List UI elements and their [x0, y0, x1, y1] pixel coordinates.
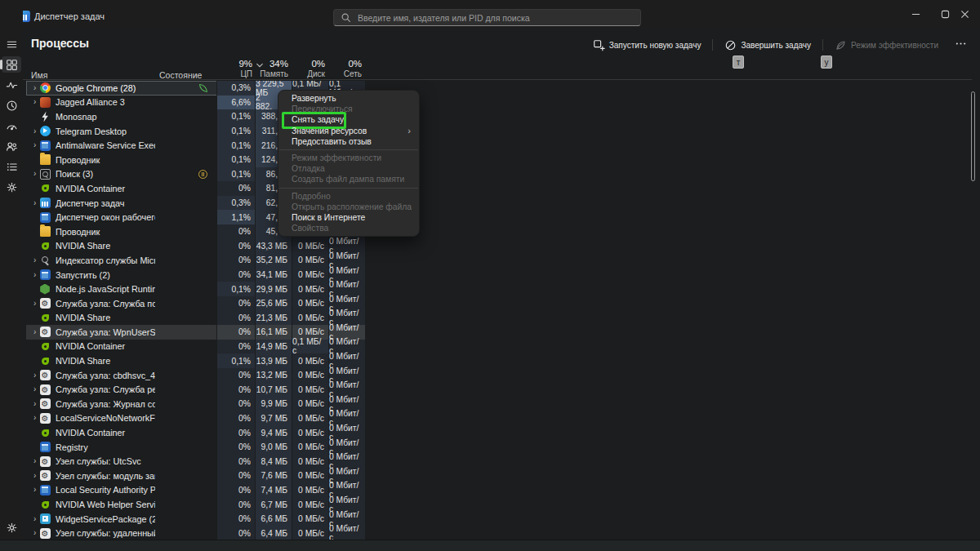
context-menu-item[interactable]: Значения ресурсов›	[278, 126, 419, 136]
run-new-task-button[interactable]: Запустить новую задачу	[589, 37, 706, 54]
process-row[interactable]: NVIDIA Share0,1%13,9 МБ0 МБ/с0 Мбит/с	[26, 353, 365, 368]
process-row[interactable]: NVIDIA Share0%43,3 МБ0 МБ/с0 Мбит/с	[26, 239, 365, 254]
context-menu-item[interactable]: Снять задачу	[278, 114, 419, 125]
page-title: Процессы	[31, 37, 89, 50]
process-row[interactable]: NVIDIA Container0%14,9 МБ0,1 МБ/с0 Мбит/…	[26, 340, 365, 354]
menu-item-label: Отладка	[292, 164, 325, 173]
disk-cell: 0 МБ/с	[292, 454, 328, 469]
sidebar-item-processes[interactable]	[2, 56, 21, 73]
expander-chevron-icon[interactable]: ›	[26, 199, 36, 207]
sidebar-item-users[interactable]	[2, 138, 21, 154]
process-row[interactable]: ›Индексатор службы Microsoft W...0%35,2 …	[26, 253, 365, 268]
process-icon	[36, 198, 54, 208]
expander-chevron-icon[interactable]: ›	[26, 529, 36, 537]
process-row[interactable]: Node.js JavaScript Runtime0,1%29,9 МБ0 М…	[26, 282, 365, 296]
process-row[interactable]: ›Запустить (2)0%34,1 МБ0 МБ/с0 Мбит/с	[26, 268, 365, 282]
expander-chevron-icon[interactable]: ›	[26, 371, 36, 380]
process-name: Служба узла: Служба политики ...	[54, 299, 155, 309]
process-row[interactable]: NVIDIA Container0%9,4 МБ0 МБ/с0 Мбит/с	[26, 425, 365, 440]
process-row[interactable]: Registry0%9,0 МБ0 МБ/с0 Мбит/с	[26, 440, 365, 455]
process-row[interactable]: NVIDIA Share0%21,3 МБ0 МБ/с0 Мбит/с	[26, 311, 365, 326]
process-row[interactable]: ›Узел службы: модуль запуска пр...0%7,6 …	[26, 469, 365, 483]
search-input[interactable]	[358, 13, 634, 23]
expander-chevron-icon[interactable]: ›	[26, 400, 36, 408]
expander-chevron-icon[interactable]: ›	[26, 141, 36, 149]
efficiency-mode-button[interactable]: Режим эффективности	[831, 37, 942, 54]
process-name: Узел службы: модуль запуска пр...	[54, 471, 155, 481]
expander-chevron-icon[interactable]: ›	[26, 486, 36, 494]
expander-chevron-icon[interactable]: ›	[26, 414, 36, 422]
status-cell	[155, 181, 216, 196]
process-row[interactable]: ›Служба узла: Служба репозитор...0%10,7 …	[26, 382, 365, 397]
process-icon	[36, 97, 54, 108]
cpu-cell: 0%	[216, 526, 255, 540]
disk-cell: 0 МБ/с	[292, 497, 328, 512]
column-header-network[interactable]: 0%Сеть	[327, 59, 362, 78]
end-task-button[interactable]: Завершить задачу	[720, 37, 815, 54]
process-row[interactable]: ›Узел службы: удаленный вызов ...0%6,4 М…	[26, 526, 365, 540]
hamburger-icon	[6, 38, 18, 51]
minimize-button[interactable]	[903, 5, 928, 23]
expander-chevron-icon[interactable]: ›	[26, 127, 36, 136]
process-row[interactable]: ›LocalServiceNoNetworkFirewall (2)0%9,7 …	[26, 411, 365, 426]
expander-chevron-icon[interactable]: ›	[26, 170, 36, 178]
column-header-name[interactable]: Имя	[31, 70, 47, 80]
column-header-disk[interactable]: 0%Диск	[290, 59, 325, 78]
sidebar-item-details[interactable]	[2, 158, 21, 175]
leaf-icon	[835, 39, 847, 51]
process-name: WidgetServicePackage (2)	[54, 514, 155, 524]
context-menu-item[interactable]: Предоставить отзыв	[278, 136, 419, 147]
more-options-button[interactable]	[950, 35, 972, 56]
process-name: NVIDIA Container	[54, 184, 155, 193]
process-icon	[36, 313, 54, 323]
expander-chevron-icon[interactable]: ›	[26, 84, 36, 92]
expander-chevron-icon[interactable]: ›	[26, 515, 36, 523]
expander-chevron-icon[interactable]: ›	[26, 472, 36, 480]
process-name: Проводник	[54, 227, 155, 237]
cpu-cell: 0,3%	[216, 81, 255, 96]
context-menu-item[interactable]: Развернуть	[278, 93, 419, 104]
sidebar-item-performance[interactable]	[2, 77, 21, 93]
status-cell	[155, 224, 216, 239]
status-cell	[155, 239, 216, 254]
menu-item-label: Открыть расположение файла	[292, 202, 412, 211]
expander-chevron-icon[interactable]: ›	[26, 300, 36, 308]
expander-chevron-icon[interactable]: ›	[26, 256, 36, 264]
sidebar-item-menu[interactable]	[2, 36, 21, 52]
column-header-memory[interactable]: 34%Память	[254, 59, 288, 78]
process-row[interactable]: ›Узел службы: UtcSvc0%8,4 МБ0 МБ/с0 Мбит…	[26, 454, 365, 469]
status-cell	[155, 196, 216, 211]
process-icon	[36, 212, 54, 223]
status-cell	[155, 440, 216, 455]
expander-chevron-icon[interactable]: ›	[26, 328, 36, 336]
cpu-cell: 0,1%	[216, 124, 255, 139]
status-cell	[155, 210, 216, 224]
expander-chevron-icon[interactable]: ›	[26, 271, 36, 279]
process-row[interactable]: ›WidgetServicePackage (2)0%6,6 МБ0 МБ/с0…	[26, 512, 365, 527]
cpu-cell: 0%	[216, 224, 255, 239]
sidebar-item-settings[interactable]	[2, 519, 21, 535]
sidebar-item-startup-apps[interactable]	[2, 118, 21, 134]
toolbar-separator	[712, 39, 713, 51]
cpu-cell: 0%	[216, 368, 255, 383]
expander-chevron-icon[interactable]: ›	[26, 98, 36, 106]
process-row[interactable]: ›Служба узла: Журнал событий ...0%9,9 МБ…	[26, 397, 365, 411]
process-row[interactable]: ›Local Security Authority Process (4)0%7…	[26, 483, 365, 498]
disk-cell: 0 МБ/с	[292, 469, 328, 483]
expander-chevron-icon[interactable]: ›	[26, 457, 36, 465]
process-row[interactable]: ›Служба узла: Служба политики ...0%25,6 …	[26, 296, 365, 311]
column-header-status[interactable]: Состояние	[159, 70, 202, 80]
sidebar-item-services[interactable]	[2, 179, 21, 195]
column-header-cpu[interactable]: 9%ЦП	[215, 59, 252, 78]
scrollbar-thumb[interactable]	[971, 91, 975, 181]
expander-chevron-icon[interactable]: ›	[26, 385, 36, 393]
sidebar-item-app-history[interactable]	[2, 97, 21, 113]
context-menu-item[interactable]: Поиск в Интернете	[278, 212, 419, 223]
process-row[interactable]: ›Служба узла: cbdhsvc_433cc0%13,2 МБ0 МБ…	[26, 368, 365, 383]
process-icon	[36, 111, 54, 122]
process-row[interactable]: NVIDIA Web Helper Service (32 би...0%6,7…	[26, 497, 365, 512]
process-icon	[36, 513, 54, 524]
close-button[interactable]	[952, 5, 977, 23]
cpu-cell: 0%	[216, 268, 255, 282]
process-name: LocalServiceNoNetworkFirewall (2)	[54, 413, 155, 423]
